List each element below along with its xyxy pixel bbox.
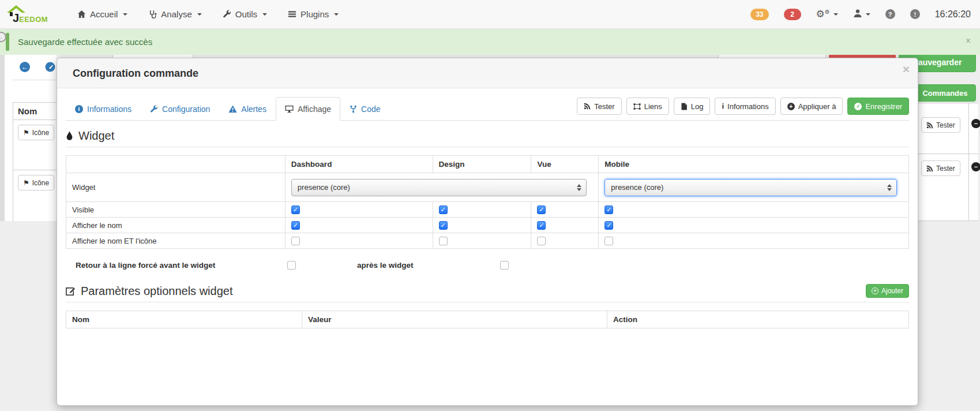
menu-outils[interactable]: Outils xyxy=(212,9,277,19)
tab-label: Informations xyxy=(87,104,132,114)
appliquer-a-button[interactable]: + Appliquer à xyxy=(780,98,843,115)
row-label: Visible xyxy=(66,202,286,218)
enregistrer-button[interactable]: ✓ Enregistrer xyxy=(847,98,909,115)
user-icon xyxy=(853,9,862,20)
object-group-icon xyxy=(633,103,641,110)
select-value: presence (core) xyxy=(298,183,350,192)
show-name-design-checkbox[interactable] xyxy=(439,221,448,230)
dashboard-gauge-icon[interactable] xyxy=(45,62,55,74)
button-label: Informations xyxy=(727,102,769,111)
tab-alertes[interactable]: Alertes xyxy=(219,97,276,121)
gears-icon: ⚙⚙ xyxy=(816,9,830,19)
tester-button-label: Tester xyxy=(936,165,955,173)
bg-nom-header: Nom xyxy=(13,103,57,120)
modal-action-buttons: Tester Liens Log xyxy=(577,98,909,120)
notice-icon[interactable]: ! xyxy=(910,9,920,19)
show-name-icon-mobile-checkbox[interactable] xyxy=(604,237,613,245)
menu-plugins-label: Plugins xyxy=(301,9,329,19)
show-name-icon-design-checkbox[interactable] xyxy=(439,237,448,245)
icon-picker-button[interactable]: ⚑ Icône xyxy=(18,125,54,140)
chevron-down-icon xyxy=(833,13,838,16)
line-break-after-checkbox[interactable] xyxy=(500,261,509,270)
back-arrow-icon[interactable]: ← xyxy=(20,62,30,72)
widget-section-header: Widget xyxy=(66,129,909,147)
list-icon xyxy=(288,10,296,18)
widget-dashboard-select[interactable]: presence (core) xyxy=(291,179,587,196)
wrench-icon xyxy=(150,105,158,113)
visible-dashboard-checkbox[interactable] xyxy=(291,206,300,214)
show-name-mobile-checkbox[interactable] xyxy=(604,221,613,230)
button-label: Liens xyxy=(644,102,662,111)
ajouter-button[interactable]: + Ajouter xyxy=(866,284,909,298)
warning-count-badge[interactable]: 33 xyxy=(750,9,768,20)
params-section-header: Paramètres optionnels widget + Ajouter xyxy=(66,284,909,302)
params-section-title: Paramètres optionnels widget xyxy=(66,285,232,298)
tab-affichage[interactable]: Affichage xyxy=(276,97,340,121)
params-table-header-row: Nom Valeur Action xyxy=(66,311,909,328)
table-row: ⚑ Icône xyxy=(13,120,57,170)
error-count-badge[interactable]: 2 xyxy=(784,9,801,20)
remove-icon[interactable]: − xyxy=(971,162,980,171)
user-menu[interactable] xyxy=(853,9,870,20)
button-label: Enregistrer xyxy=(865,102,902,111)
icon-picker-button[interactable]: ⚑ Icône xyxy=(18,175,54,190)
select-arrows-icon xyxy=(887,184,892,191)
toolbar-divider xyxy=(13,80,57,80)
background-commands-table: Nom ⚑ Icône ⚑ Icône xyxy=(13,102,57,221)
log-button[interactable]: Log xyxy=(674,98,711,115)
commands-button[interactable]: Commandes xyxy=(914,84,976,102)
table-divider xyxy=(968,103,969,221)
tab-label: Configuration xyxy=(162,104,210,114)
show-name-icon-vue-checkbox[interactable] xyxy=(537,237,546,245)
show-name-dashboard-checkbox[interactable] xyxy=(291,221,300,230)
tint-icon xyxy=(66,131,73,141)
help-icon[interactable]: ? xyxy=(885,9,895,19)
menu-accueil[interactable]: Accueil xyxy=(67,9,138,19)
column-action: Action xyxy=(607,311,908,328)
info-icon: i xyxy=(722,102,724,111)
chevron-down-icon xyxy=(123,13,127,16)
flag-icon: ⚑ xyxy=(23,180,29,186)
tab-code[interactable]: Code xyxy=(340,97,389,121)
tester-button[interactable]: Tester xyxy=(921,117,960,133)
modal-tabbar: Informations Configuration Alertes Affic… xyxy=(66,94,909,121)
svg-text:J: J xyxy=(13,12,19,24)
plus-circle-icon: + xyxy=(787,103,795,110)
alert-close-icon[interactable]: × xyxy=(966,36,971,46)
visible-mobile-checkbox[interactable] xyxy=(604,206,613,214)
rss-icon xyxy=(926,165,933,172)
tester-button[interactable]: Tester xyxy=(577,98,621,115)
tester-button[interactable]: Tester xyxy=(921,160,960,176)
menu-analyse-label: Analyse xyxy=(161,9,192,19)
liens-button[interactable]: Liens xyxy=(626,98,669,115)
modal-header: Configuration commande × xyxy=(57,58,918,88)
show-name-icon-dashboard-checkbox[interactable] xyxy=(291,237,300,245)
remove-icon[interactable]: − xyxy=(971,119,980,128)
menu-plugins[interactable]: Plugins xyxy=(277,9,349,19)
settings-menu[interactable]: ⚙⚙ xyxy=(816,9,838,19)
modal-close-icon[interactable]: × xyxy=(903,62,910,76)
menu-analyse[interactable]: Analyse xyxy=(138,9,212,19)
widget-mobile-select[interactable]: presence (core) xyxy=(604,179,896,196)
button-label: Ajouter xyxy=(881,287,903,295)
widget-table-header-row: Dashboard Design Vue Mobile xyxy=(66,156,909,173)
line-break-before-checkbox[interactable] xyxy=(287,261,296,270)
tab-informations[interactable]: Informations xyxy=(66,97,141,121)
line-break-options-row: Retour à la ligne forcé avant le widget … xyxy=(66,257,909,275)
visible-vue-checkbox[interactable] xyxy=(537,206,546,214)
flag-icon: ⚑ xyxy=(23,129,29,136)
chevron-down-icon xyxy=(866,13,870,16)
show-name-row: Afficher le nom xyxy=(66,218,909,233)
visible-design-checkbox[interactable] xyxy=(439,206,448,214)
modal-title: Configuration commande xyxy=(73,58,198,88)
column-vue: Vue xyxy=(531,156,599,173)
info-circle-icon xyxy=(75,105,83,113)
jeedom-logo[interactable]: J EEDOM xyxy=(8,3,50,26)
informations-button[interactable]: i Informations xyxy=(715,98,775,115)
tab-configuration[interactable]: Configuration xyxy=(141,97,219,121)
section-title-text: Widget xyxy=(78,129,114,143)
widget-section-title: Widget xyxy=(66,129,114,143)
button-label: Log xyxy=(691,102,704,111)
widget-table: Dashboard Design Vue Mobile Widget prese… xyxy=(66,155,909,249)
show-name-vue-checkbox[interactable] xyxy=(537,221,546,230)
